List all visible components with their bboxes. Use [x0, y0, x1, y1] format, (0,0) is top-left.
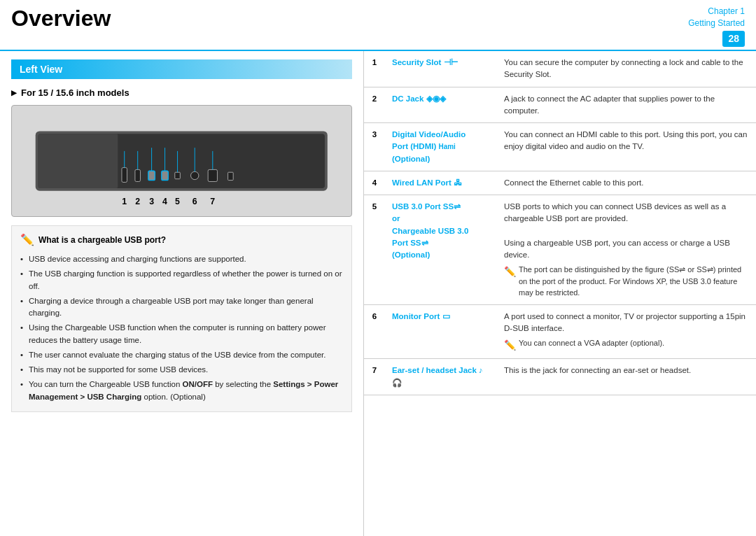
table-row: 6 Monitor Port ▭ A port used to connect … — [364, 304, 756, 359]
feature-table: 1 Security Slot ⊣⊢ You can secure the co… — [364, 51, 756, 395]
feature-name: Ear-set / headset Jack — [392, 366, 477, 374]
row-name: Security Slot ⊣⊢ — [385, 51, 497, 87]
feature-name: Monitor Port — [392, 312, 440, 320]
tip-middle: by selecting the — [213, 380, 273, 388]
row-desc: You can secure the computer by connectin… — [497, 51, 756, 87]
svg-rect-2 — [38, 134, 118, 188]
svg-rect-6 — [162, 171, 168, 180]
row-desc: A jack to connect the AC adapter that su… — [497, 87, 756, 123]
note-text: The port can be distinguished by the fig… — [519, 264, 749, 299]
chapter-sub: Getting Started — [688, 17, 745, 29]
table-row: 7 Ear-set / headset Jack ♪🎧 This is the … — [364, 359, 756, 395]
list-item: This may not be supported for some USB d… — [20, 362, 343, 377]
note-icon: ✏️ — [504, 265, 516, 279]
section-header: Left View — [11, 59, 352, 79]
table-row: 4 Wired LAN Port 🖧 Connect the Ethernet … — [364, 171, 756, 195]
page-title: Overview — [11, 6, 111, 31]
svg-text:4: 4 — [162, 197, 167, 206]
feature-extra: (Optional) — [392, 155, 430, 163]
chapter-info: Chapter 1 Getting Started 28 — [688, 6, 745, 47]
table-row: 2 DC Jack ◈◉◈ A jack to connect the AC a… — [364, 87, 756, 123]
row-desc: A port used to connect a monitor, TV or … — [497, 304, 756, 359]
feature-name: Security Slot — [392, 58, 441, 66]
tip-prefix: You can turn the Chargeable USB function — [29, 380, 183, 388]
model-label: For 15 / 15.6 inch models — [11, 87, 352, 98]
row-desc: This is the jack for connecting an ear-s… — [497, 359, 756, 395]
tip-title: ✏️ What is a chargeable USB port? — [20, 233, 343, 246]
chapter-label: Chapter 1 — [688, 6, 745, 17]
svg-rect-3 — [122, 168, 127, 183]
row-name: Digital Video/AudioPort (HDMI) Hami (Opt… — [385, 123, 497, 171]
svg-text:6: 6 — [192, 197, 197, 206]
row-number: 2 — [364, 87, 385, 123]
row-name: Ear-set / headset Jack ♪🎧 — [385, 359, 497, 395]
tip-box: ✏️ What is a chargeable USB port? USB de… — [11, 225, 352, 412]
feature-symbol: 🖧 — [454, 178, 462, 187]
list-item: Using the Chargeable USB function when t… — [20, 320, 343, 348]
row-number: 6 — [364, 304, 385, 359]
main-content: Left View For 15 / 15.6 inch models — [0, 51, 756, 536]
svg-rect-9 — [208, 170, 217, 182]
row-number: 7 — [364, 359, 385, 395]
svg-rect-10 — [228, 172, 234, 180]
row-number: 5 — [364, 195, 385, 305]
row-name: Monitor Port ▭ — [385, 304, 497, 359]
feature-name: USB 3.0 Port SS⇌orChargeable USB 3.0Port… — [392, 202, 468, 259]
desc-main: USB ports to which you can connect USB d… — [504, 202, 726, 223]
list-item: The user cannot evaluate the charging st… — [20, 348, 343, 362]
row-desc: USB ports to which you can connect USB d… — [497, 195, 756, 305]
svg-text:2: 2 — [136, 197, 141, 206]
list-item: The USB charging function is supported r… — [20, 267, 343, 294]
note-text: You can connect a VGA adapter (optional)… — [519, 337, 664, 349]
left-panel: Left View For 15 / 15.6 inch models — [0, 51, 364, 536]
svg-rect-4 — [135, 170, 141, 182]
note-box: ✏️ You can connect a VGA adapter (option… — [504, 337, 749, 353]
page-number: 28 — [722, 31, 745, 48]
row-name: DC Jack ◈◉◈ — [385, 87, 497, 123]
svg-rect-5 — [148, 171, 155, 180]
svg-text:3: 3 — [149, 197, 154, 206]
row-name: Wired LAN Port 🖧 — [385, 171, 497, 195]
table-row: 5 USB 3.0 Port SS⇌orChargeable USB 3.0Po… — [364, 195, 756, 305]
row-desc: Connect the Ethernet cable to this port. — [497, 171, 756, 195]
page-header: Overview Chapter 1 Getting Started 28 — [0, 0, 756, 51]
tip-suffix: option. (Optional) — [141, 393, 205, 401]
feature-name: DC Jack — [392, 94, 424, 103]
note-box: ✏️ The port can be distinguished by the … — [504, 264, 749, 299]
row-number: 3 — [364, 123, 385, 171]
feature-name: Digital Video/AudioPort (HDMI) Hami — [392, 130, 465, 150]
svg-text:7: 7 — [211, 197, 216, 206]
desc-secondary: Using a chargeable USB port, you can acc… — [504, 239, 730, 259]
row-number: 4 — [364, 171, 385, 195]
svg-text:5: 5 — [175, 197, 180, 206]
svg-rect-7 — [175, 172, 181, 178]
feature-name: Wired LAN Port — [392, 178, 451, 187]
feature-symbol: ⊣⊢ — [444, 58, 458, 66]
tip-bold1: ON/OFF — [183, 380, 213, 388]
tip-icon: ✏️ — [20, 233, 34, 246]
desc-main: A port used to connect a monitor, TV or … — [504, 312, 746, 332]
table-row: 3 Digital Video/AudioPort (HDMI) Hami (O… — [364, 123, 756, 171]
row-number: 1 — [364, 51, 385, 87]
row-name: USB 3.0 Port SS⇌orChargeable USB 3.0Port… — [385, 195, 497, 305]
svg-text:1: 1 — [122, 197, 127, 206]
list-item: USB device accessing and charging functi… — [20, 252, 343, 267]
laptop-image: 1 2 3 4 5 6 7 — [11, 105, 352, 217]
svg-point-8 — [191, 171, 199, 179]
tip-list: USB device accessing and charging functi… — [20, 252, 343, 404]
list-item: Charging a device through a chargeable U… — [20, 294, 343, 321]
tip-title-text: What is a chargeable USB port? — [38, 235, 166, 245]
feature-symbol: ▭ — [442, 312, 450, 320]
table-row: 1 Security Slot ⊣⊢ You can secure the co… — [364, 51, 756, 87]
note-icon: ✏️ — [504, 338, 516, 353]
list-item-last: You can turn the Chargeable USB function… — [20, 377, 343, 404]
feature-symbol: ◈◉◈ — [426, 94, 446, 103]
right-panel: 1 Security Slot ⊣⊢ You can secure the co… — [364, 51, 756, 536]
row-desc: You can connect an HDMI cable to this po… — [497, 123, 756, 171]
